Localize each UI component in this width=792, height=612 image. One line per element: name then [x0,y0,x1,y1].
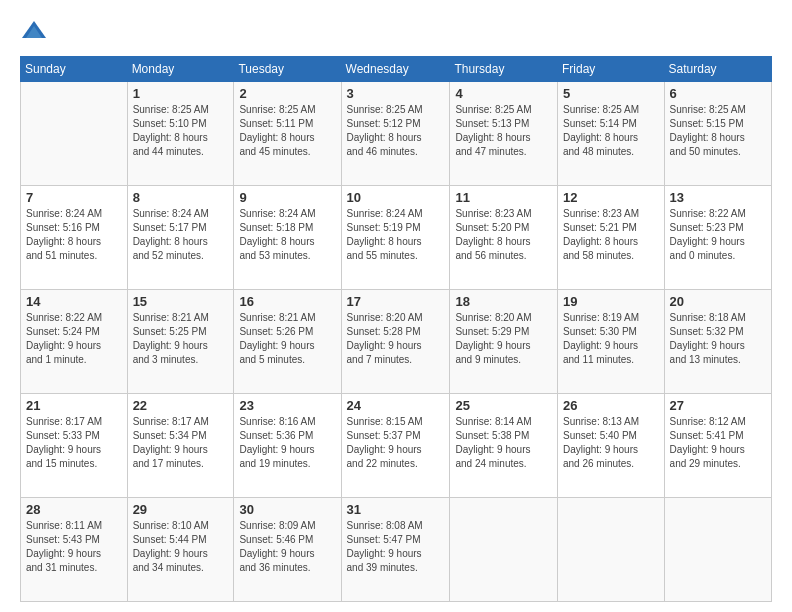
day-number: 28 [26,502,122,517]
day-number: 10 [347,190,445,205]
calendar-cell: 23Sunrise: 8:16 AMSunset: 5:36 PMDayligh… [234,394,341,498]
calendar-cell: 24Sunrise: 8:15 AMSunset: 5:37 PMDayligh… [341,394,450,498]
calendar-cell: 21Sunrise: 8:17 AMSunset: 5:33 PMDayligh… [21,394,128,498]
day-number: 26 [563,398,659,413]
day-info: Sunrise: 8:23 AMSunset: 5:21 PMDaylight:… [563,207,659,263]
day-number: 30 [239,502,335,517]
day-number: 22 [133,398,229,413]
calendar-cell: 3Sunrise: 8:25 AMSunset: 5:12 PMDaylight… [341,82,450,186]
calendar-cell: 25Sunrise: 8:14 AMSunset: 5:38 PMDayligh… [450,394,558,498]
weekday-header-row: SundayMondayTuesdayWednesdayThursdayFrid… [21,57,772,82]
day-number: 6 [670,86,766,101]
day-number: 16 [239,294,335,309]
calendar-cell: 14Sunrise: 8:22 AMSunset: 5:24 PMDayligh… [21,290,128,394]
day-number: 4 [455,86,552,101]
day-info: Sunrise: 8:24 AMSunset: 5:18 PMDaylight:… [239,207,335,263]
weekday-header-saturday: Saturday [664,57,771,82]
calendar-cell: 20Sunrise: 8:18 AMSunset: 5:32 PMDayligh… [664,290,771,394]
day-info: Sunrise: 8:24 AMSunset: 5:17 PMDaylight:… [133,207,229,263]
day-number: 14 [26,294,122,309]
day-number: 8 [133,190,229,205]
day-number: 9 [239,190,335,205]
calendar-cell: 2Sunrise: 8:25 AMSunset: 5:11 PMDaylight… [234,82,341,186]
calendar-cell: 12Sunrise: 8:23 AMSunset: 5:21 PMDayligh… [557,186,664,290]
week-row-5: 28Sunrise: 8:11 AMSunset: 5:43 PMDayligh… [21,498,772,602]
calendar-cell: 29Sunrise: 8:10 AMSunset: 5:44 PMDayligh… [127,498,234,602]
calendar-cell: 4Sunrise: 8:25 AMSunset: 5:13 PMDaylight… [450,82,558,186]
day-info: Sunrise: 8:25 AMSunset: 5:11 PMDaylight:… [239,103,335,159]
calendar-cell: 31Sunrise: 8:08 AMSunset: 5:47 PMDayligh… [341,498,450,602]
calendar-cell: 10Sunrise: 8:24 AMSunset: 5:19 PMDayligh… [341,186,450,290]
day-info: Sunrise: 8:21 AMSunset: 5:25 PMDaylight:… [133,311,229,367]
page: SundayMondayTuesdayWednesdayThursdayFrid… [0,0,792,612]
day-number: 1 [133,86,229,101]
weekday-header-monday: Monday [127,57,234,82]
day-info: Sunrise: 8:10 AMSunset: 5:44 PMDaylight:… [133,519,229,575]
calendar-cell: 26Sunrise: 8:13 AMSunset: 5:40 PMDayligh… [557,394,664,498]
day-info: Sunrise: 8:17 AMSunset: 5:34 PMDaylight:… [133,415,229,471]
day-number: 20 [670,294,766,309]
day-number: 18 [455,294,552,309]
day-info: Sunrise: 8:24 AMSunset: 5:19 PMDaylight:… [347,207,445,263]
weekday-header-tuesday: Tuesday [234,57,341,82]
day-number: 24 [347,398,445,413]
day-info: Sunrise: 8:17 AMSunset: 5:33 PMDaylight:… [26,415,122,471]
calendar-cell: 28Sunrise: 8:11 AMSunset: 5:43 PMDayligh… [21,498,128,602]
calendar-cell: 11Sunrise: 8:23 AMSunset: 5:20 PMDayligh… [450,186,558,290]
header [20,18,772,46]
day-info: Sunrise: 8:19 AMSunset: 5:30 PMDaylight:… [563,311,659,367]
day-info: Sunrise: 8:24 AMSunset: 5:16 PMDaylight:… [26,207,122,263]
calendar-cell: 19Sunrise: 8:19 AMSunset: 5:30 PMDayligh… [557,290,664,394]
day-info: Sunrise: 8:09 AMSunset: 5:46 PMDaylight:… [239,519,335,575]
day-number: 25 [455,398,552,413]
calendar-cell: 9Sunrise: 8:24 AMSunset: 5:18 PMDaylight… [234,186,341,290]
day-info: Sunrise: 8:20 AMSunset: 5:29 PMDaylight:… [455,311,552,367]
day-info: Sunrise: 8:25 AMSunset: 5:10 PMDaylight:… [133,103,229,159]
calendar-cell: 1Sunrise: 8:25 AMSunset: 5:10 PMDaylight… [127,82,234,186]
day-info: Sunrise: 8:18 AMSunset: 5:32 PMDaylight:… [670,311,766,367]
day-info: Sunrise: 8:22 AMSunset: 5:23 PMDaylight:… [670,207,766,263]
calendar-cell: 15Sunrise: 8:21 AMSunset: 5:25 PMDayligh… [127,290,234,394]
week-row-3: 14Sunrise: 8:22 AMSunset: 5:24 PMDayligh… [21,290,772,394]
logo [20,18,52,46]
calendar-cell [21,82,128,186]
week-row-2: 7Sunrise: 8:24 AMSunset: 5:16 PMDaylight… [21,186,772,290]
day-number: 7 [26,190,122,205]
calendar-cell: 13Sunrise: 8:22 AMSunset: 5:23 PMDayligh… [664,186,771,290]
day-info: Sunrise: 8:25 AMSunset: 5:13 PMDaylight:… [455,103,552,159]
day-number: 31 [347,502,445,517]
day-number: 29 [133,502,229,517]
weekday-header-friday: Friday [557,57,664,82]
day-number: 5 [563,86,659,101]
day-number: 15 [133,294,229,309]
day-number: 13 [670,190,766,205]
day-info: Sunrise: 8:11 AMSunset: 5:43 PMDaylight:… [26,519,122,575]
day-info: Sunrise: 8:25 AMSunset: 5:14 PMDaylight:… [563,103,659,159]
day-number: 3 [347,86,445,101]
day-number: 2 [239,86,335,101]
calendar-cell: 5Sunrise: 8:25 AMSunset: 5:14 PMDaylight… [557,82,664,186]
weekday-header-thursday: Thursday [450,57,558,82]
calendar-cell: 16Sunrise: 8:21 AMSunset: 5:26 PMDayligh… [234,290,341,394]
weekday-header-sunday: Sunday [21,57,128,82]
day-info: Sunrise: 8:25 AMSunset: 5:12 PMDaylight:… [347,103,445,159]
day-info: Sunrise: 8:21 AMSunset: 5:26 PMDaylight:… [239,311,335,367]
day-number: 19 [563,294,659,309]
day-info: Sunrise: 8:23 AMSunset: 5:20 PMDaylight:… [455,207,552,263]
day-info: Sunrise: 8:12 AMSunset: 5:41 PMDaylight:… [670,415,766,471]
week-row-1: 1Sunrise: 8:25 AMSunset: 5:10 PMDaylight… [21,82,772,186]
calendar-cell: 8Sunrise: 8:24 AMSunset: 5:17 PMDaylight… [127,186,234,290]
calendar-cell [557,498,664,602]
calendar-cell: 7Sunrise: 8:24 AMSunset: 5:16 PMDaylight… [21,186,128,290]
calendar-table: SundayMondayTuesdayWednesdayThursdayFrid… [20,56,772,602]
day-number: 12 [563,190,659,205]
calendar-cell [450,498,558,602]
day-number: 21 [26,398,122,413]
calendar-cell: 22Sunrise: 8:17 AMSunset: 5:34 PMDayligh… [127,394,234,498]
day-number: 23 [239,398,335,413]
day-info: Sunrise: 8:14 AMSunset: 5:38 PMDaylight:… [455,415,552,471]
day-info: Sunrise: 8:16 AMSunset: 5:36 PMDaylight:… [239,415,335,471]
calendar-cell: 18Sunrise: 8:20 AMSunset: 5:29 PMDayligh… [450,290,558,394]
calendar-cell: 17Sunrise: 8:20 AMSunset: 5:28 PMDayligh… [341,290,450,394]
weekday-header-wednesday: Wednesday [341,57,450,82]
